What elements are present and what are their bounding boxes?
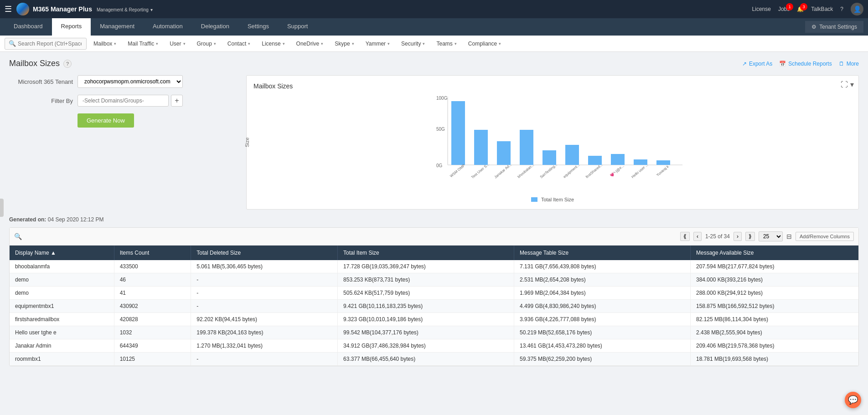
add-filter-button[interactable]: + [171, 95, 183, 107]
user-avatar[interactable]: 👤 [851, 3, 863, 15]
tab-settings[interactable]: Settings [238, 18, 278, 36]
table-row: demo41-505.624 KB(517,759 bytes)1.969 MB… [10, 287, 858, 300]
table-cell: 10125 [114, 353, 191, 366]
logo-circle [16, 3, 29, 15]
tab-management[interactable]: Management [91, 18, 144, 36]
table-cell: 2.531 MB(2,654,208 bytes) [514, 273, 691, 287]
add-remove-columns-button[interactable]: Add/Remove Columns [796, 232, 854, 241]
tab-automation[interactable]: Automation [144, 18, 192, 36]
subnav-mail-traffic[interactable]: Mail Traffic ▾ [123, 39, 163, 49]
table-cell: 384.000 KB(393,216 bytes) [691, 273, 859, 287]
subnav-mailbox[interactable]: Mailbox ▾ [89, 39, 121, 49]
table-cell: - [191, 273, 338, 287]
svg-text:100G: 100G [436, 96, 448, 101]
last-page-button[interactable]: ⟫ [745, 232, 755, 241]
subnav-skype[interactable]: Skype ▾ [330, 39, 358, 49]
management-reporting[interactable]: Management & Reporting ▾ [97, 6, 153, 13]
chart-expand-button[interactable]: ⛶ [841, 80, 848, 89]
help-icon[interactable]: ? [63, 60, 72, 68]
subnav-compliance[interactable]: Compliance ▾ [464, 39, 506, 49]
legend-label: Total Item Size [541, 197, 574, 202]
tenant-select[interactable]: zohocorpwsmopm.onmicrosoft.com [78, 75, 183, 88]
col-message-available-size[interactable]: Message Available Size [691, 246, 859, 260]
table-cell: 82.125 MB(86,114,304 bytes) [691, 313, 859, 326]
table-cell: 17.728 GB(19,035,369,247 bytes) [338, 260, 514, 273]
chevron-down-icon: ▾ [321, 41, 323, 46]
search-input[interactable] [18, 41, 82, 47]
col-total-deleted-size[interactable]: Total Deleted Size [191, 246, 338, 260]
table-cell: 46 [114, 273, 191, 287]
generate-now-button[interactable]: Generate Now [78, 113, 134, 128]
tab-delegation[interactable]: Delegation [192, 18, 238, 36]
search-box[interactable]: 🔍 [5, 38, 87, 50]
sidebar-toggle[interactable] [0, 199, 4, 217]
chevron-down-icon: ▾ [183, 41, 186, 46]
export-as-button[interactable]: ↗ Export As [742, 61, 772, 67]
subnav-group[interactable]: Group ▾ [192, 39, 221, 49]
legend-color [531, 197, 537, 202]
filter-row: Filter By + [9, 95, 237, 107]
col-message-table-size[interactable]: Message Table Size [514, 246, 691, 260]
subnav-contact[interactable]: Contact ▾ [223, 39, 255, 49]
table-cell: 853.253 KB(873,731 bytes) [338, 273, 514, 287]
subnav-onedrive[interactable]: OneDrive ▾ [292, 39, 328, 49]
svg-text:bhoobalan...: bhoobalan... [517, 163, 535, 179]
generated-on-label: Generated on: [9, 216, 46, 223]
hamburger-icon[interactable]: ☰ [5, 4, 12, 14]
filter-control: + [78, 95, 237, 107]
subnav-license[interactable]: License ▾ [257, 39, 289, 49]
table-cell: 50.219 MB(52,658,176 bytes) [514, 326, 691, 339]
subnav-teams[interactable]: Teams ▾ [432, 39, 461, 49]
notifications-button[interactable]: 🔔 3 [797, 6, 804, 12]
chevron-down-icon: ▾ [455, 41, 457, 46]
svg-text:Hello user ...: Hello user ... [630, 163, 649, 179]
sub-nav: 🔍 Mailbox ▾ Mail Traffic ▾ User ▾ Group … [0, 36, 868, 52]
col-total-item-size[interactable]: Total Item Size [338, 246, 514, 260]
table-row: bhoobalanmfa4335005.061 MB(5,306,465 byt… [10, 260, 858, 273]
table-search-icon[interactable]: 🔍 [14, 233, 22, 240]
jobs-badge: 1 [786, 3, 793, 10]
talkback-link[interactable]: TalkBack [811, 6, 833, 12]
logo-text: M365 Manager Plus [33, 5, 92, 13]
tenant-settings-button[interactable]: ⚙ Tenant Settings [805, 21, 863, 33]
table-row: demo46-853.253 KB(873,731 bytes)2.531 MB… [10, 273, 858, 287]
jobs-button[interactable]: Jobs 1 [778, 6, 790, 12]
table-cell: 4.499 GB(4,830,986,240 bytes) [514, 300, 691, 313]
tab-reports[interactable]: Reports [52, 18, 91, 36]
per-page-select[interactable]: 25 50 100 [759, 231, 783, 241]
table-cell: demo [10, 287, 114, 300]
more-button[interactable]: 🗒 More [839, 61, 859, 67]
first-page-button[interactable]: ⟪ [680, 232, 690, 241]
nav-tabs-left: Dashboard Reports Management Automation … [5, 18, 317, 36]
subnav-yammer[interactable]: Yammer ▾ [361, 39, 394, 49]
subnav-security[interactable]: Security ▾ [397, 39, 429, 49]
svg-rect-9 [497, 141, 511, 165]
table-row: roommbx110125-63.377 MB(66,455,640 bytes… [10, 353, 858, 366]
table-cell: Janakar Admin [10, 339, 114, 353]
main-content: Mailbox Sizes ? ↗ Export As 📅 Schedule R… [0, 52, 868, 373]
help-button[interactable]: ? [840, 6, 843, 12]
table-cell: 3.936 GB(4,226,777,088 bytes) [514, 313, 691, 326]
subnav-user[interactable]: User ▾ [165, 39, 190, 49]
table-cell: 18.781 MB(19,693,568 bytes) [691, 353, 859, 366]
top-bar: ☰ M365 Manager Plus Management & Reporti… [0, 0, 868, 18]
tab-support[interactable]: Support [278, 18, 317, 36]
table-cell: 7.131 GB(7,656,439,808 bytes) [514, 260, 691, 273]
filter-icon[interactable]: ⊟ [786, 233, 792, 240]
tab-dashboard[interactable]: Dashboard [5, 18, 52, 36]
next-page-button[interactable]: › [734, 232, 742, 241]
data-table: Display Name ▲ Items Count Total Deleted… [10, 246, 858, 366]
table-cell: Hello user tghe e [10, 326, 114, 339]
table-cell: 59.375 MB(62,259,200 bytes) [514, 353, 691, 366]
prev-page-button[interactable]: ‹ [693, 232, 702, 241]
chart-menu-button[interactable]: ▾ [850, 80, 854, 89]
schedule-reports-button[interactable]: 📅 Schedule Reports [779, 61, 832, 67]
page-title: Mailbox Sizes [9, 59, 60, 68]
col-display-name[interactable]: Display Name ▲ [10, 246, 114, 260]
table-cell: - [191, 287, 338, 300]
table-cell: 1.270 MB(1,332,041 bytes) [191, 339, 338, 353]
filter-input[interactable] [78, 95, 169, 107]
license-link[interactable]: License [752, 6, 771, 12]
col-items-count[interactable]: Items Count [114, 246, 191, 260]
table-cell: 644349 [114, 339, 191, 353]
